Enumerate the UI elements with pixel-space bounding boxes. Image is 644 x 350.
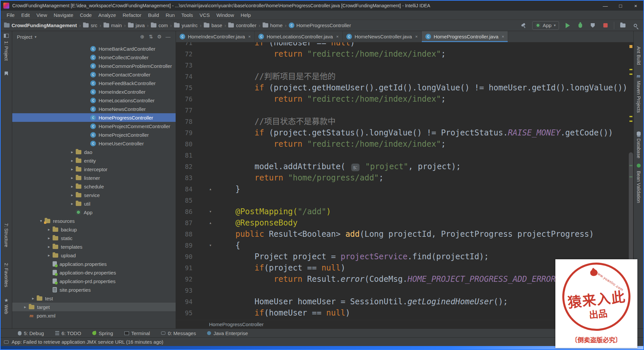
tool-button-7-structure[interactable]: 7: Structure xyxy=(4,223,9,247)
tab-close-icon[interactable]: × xyxy=(502,34,504,39)
tree-collapsed-arrow-icon[interactable]: ▸ xyxy=(68,167,76,172)
breadcrumb-crowdfundingmanagement[interactable]: CrowdFundingManagement xyxy=(4,23,77,28)
tree-collapsed-arrow-icon[interactable]: ▸ xyxy=(45,236,53,240)
code-line[interactable]: 79 if (project.getStatus().longValue() !… xyxy=(176,127,633,138)
tree-collapsed-arrow-icon[interactable]: ▸ xyxy=(68,158,76,163)
tab-close-icon[interactable]: × xyxy=(248,34,251,39)
tree-collapsed-arrow-icon[interactable]: ▸ xyxy=(45,253,53,258)
menu-item-navigate[interactable]: Navigate xyxy=(50,11,76,20)
tree-item-listener[interactable]: ▸listener xyxy=(12,174,176,182)
tab-close-icon[interactable]: × xyxy=(336,34,339,39)
menu-item-analyze[interactable]: Analyze xyxy=(95,11,119,20)
minimize-button[interactable]: — xyxy=(598,1,613,11)
tree-item-pom-xml[interactable]: pom.xml xyxy=(12,311,176,320)
tool-button-2-favorites[interactable]: 2: Favorites xyxy=(4,263,9,287)
tree-item-target[interactable]: ▸target xyxy=(12,303,176,311)
code-line[interactable]: 73 xyxy=(176,60,633,71)
code-line[interactable]: 87▴ @ResponseBody xyxy=(176,217,633,228)
tree-item-homebankcardcontroller[interactable]: HomeBankCardController xyxy=(12,44,176,53)
tree-collapsed-arrow-icon[interactable]: ▸ xyxy=(29,296,37,301)
tree-item-service[interactable]: ▸service xyxy=(12,191,176,199)
breadcrumb-src[interactable]: src xyxy=(83,23,97,28)
menu-item-help[interactable]: Help xyxy=(237,11,254,20)
menu-item-vcs[interactable]: VCS xyxy=(196,11,213,20)
tree-item-backup[interactable]: ▸backup xyxy=(12,225,176,234)
coverage-button[interactable] xyxy=(589,21,597,30)
search-everywhere-button[interactable] xyxy=(631,21,639,30)
tool-button-web[interactable]: Web xyxy=(4,305,9,314)
code-line[interactable]: 77 xyxy=(176,105,633,116)
tool-button-bean-validation[interactable]: Bean Validation xyxy=(636,171,641,203)
tool-button-java-enterprise[interactable]: Java Enterprise xyxy=(207,330,248,336)
tool-button-spring[interactable]: Spring xyxy=(92,330,113,336)
menu-item-file[interactable]: File xyxy=(3,11,18,20)
fold-marker-icon[interactable]: ▴ xyxy=(195,183,216,195)
maximize-button[interactable]: □ xyxy=(613,1,628,11)
code-line[interactable]: 82 model.addAttribute( s: "project", pro… xyxy=(176,161,633,172)
tree-item-homelocationscontroller[interactable]: HomeLocationsController xyxy=(12,96,176,105)
tree-item-schedule[interactable]: ▸schedule xyxy=(12,182,176,191)
open-button[interactable] xyxy=(619,21,627,30)
run-configuration-select[interactable]: App ▾ xyxy=(532,21,559,30)
tree-item-homeprojectcontroller[interactable]: HomeProjectController xyxy=(12,130,176,139)
tree-item-homecontactcontroller[interactable]: HomeContactController xyxy=(12,70,176,79)
menu-item-view[interactable]: View xyxy=(33,11,50,20)
tab-close-icon[interactable]: × xyxy=(415,34,418,39)
code-line[interactable]: 86▾ @PostMapping("/add") xyxy=(176,206,633,217)
code-line[interactable]: 80 return "redirect:/home/index/index"; xyxy=(176,138,633,150)
breadcrumb-homeprogresscontroller[interactable]: HomeProgressController xyxy=(289,23,351,28)
tree-item-static[interactable]: ▸static xyxy=(12,234,176,242)
tree-item-application-properties[interactable]: application.properties xyxy=(12,260,176,268)
menu-item-run[interactable]: Run xyxy=(162,11,178,20)
sort-icon[interactable]: ⇅ xyxy=(147,34,155,40)
tree-item-homecollectcontroller[interactable]: HomeCollectController xyxy=(12,53,176,62)
tree-item-templates[interactable]: ▸templates xyxy=(12,242,176,251)
tree-item-homeprogresscontroller[interactable]: HomeProgressController xyxy=(12,113,176,122)
tree-item-upload[interactable]: ▸upload xyxy=(12,251,176,260)
project-panel-title[interactable]: Project xyxy=(17,34,32,40)
chevron-down-icon[interactable]: ▾ xyxy=(35,35,37,39)
fold-marker-icon[interactable]: ▴ xyxy=(195,217,216,228)
locate-file-icon[interactable]: ⊕ xyxy=(138,34,147,40)
tree-collapsed-arrow-icon[interactable]: ▸ xyxy=(45,227,53,232)
breadcrumb-controller[interactable]: controller xyxy=(228,23,256,28)
hide-panel-icon[interactable]: — xyxy=(164,34,172,40)
tree-item-resources[interactable]: ▾resources xyxy=(12,217,176,225)
editor-tab-homelocationscontroller-java[interactable]: HomeLocationsController.java× xyxy=(255,31,343,42)
tool-button-database[interactable]: Database xyxy=(636,138,641,158)
settings-gear-icon[interactable]: ⚙ xyxy=(155,34,164,40)
breadcrumb-home[interactable]: home xyxy=(263,23,283,28)
debug-button[interactable] xyxy=(576,21,584,30)
code-line[interactable]: 85 xyxy=(176,195,633,206)
tool-button-maven-projects[interactable]: Maven Projects xyxy=(636,81,641,113)
code-line[interactable]: 74 //判断项目是不是他的 xyxy=(176,71,633,82)
code-line[interactable]: 83 return "home/progress/add"; xyxy=(176,172,633,183)
run-button[interactable] xyxy=(564,21,572,30)
tree-collapsed-arrow-icon[interactable]: ▸ xyxy=(68,150,76,154)
stripe-mark[interactable] xyxy=(629,116,632,117)
tree-collapsed-arrow-icon[interactable]: ▸ xyxy=(68,175,76,180)
tree-collapsed-arrow-icon[interactable]: ▸ xyxy=(45,244,53,249)
tool-button-5-debug[interactable]: 5: Debug xyxy=(18,330,44,336)
stripe-mark[interactable] xyxy=(629,121,632,122)
tree-collapsed-arrow-icon[interactable]: ▸ xyxy=(68,193,76,197)
toolwindow-toggle-icon[interactable] xyxy=(4,340,9,344)
editor-tab-homeprogresscontroller-java[interactable]: HomeProgressController.java× xyxy=(422,31,508,42)
code-line[interactable]: 72 return "redirect:/home/index/index"; xyxy=(176,48,633,60)
tree-expanded-arrow-icon[interactable]: ▾ xyxy=(37,219,45,223)
tree-item-interceptor[interactable]: ▸interceptor xyxy=(12,165,176,174)
code-line[interactable]: 75 if (project.getHomeUser().getId().lon… xyxy=(176,82,633,93)
stripe-mark[interactable] xyxy=(629,74,632,75)
tree-item-homeindexcontroller[interactable]: HomeIndexController xyxy=(12,87,176,96)
editor-tab-homeindexcontroller-java[interactable]: HomeIndexController.java× xyxy=(176,31,255,42)
tree-item-test[interactable]: ▸test xyxy=(12,294,176,303)
tree-item-homeusercontroller[interactable]: HomeUserController xyxy=(12,139,176,148)
tool-button-ant-build[interactable]: Ant Build xyxy=(636,46,641,65)
tree-item-homenewscontroller[interactable]: HomeNewsController xyxy=(12,105,176,113)
code-line[interactable]: 78 //项目状态不是募款中 xyxy=(176,116,633,127)
code-line[interactable]: 84▴ } xyxy=(176,183,633,195)
stripe-mark[interactable] xyxy=(629,69,632,70)
status-message[interactable]: App: Failed to retrieve application JMX … xyxy=(12,339,163,345)
tree-collapsed-arrow-icon[interactable]: ▸ xyxy=(68,201,76,206)
menu-item-code[interactable]: Code xyxy=(76,11,95,20)
